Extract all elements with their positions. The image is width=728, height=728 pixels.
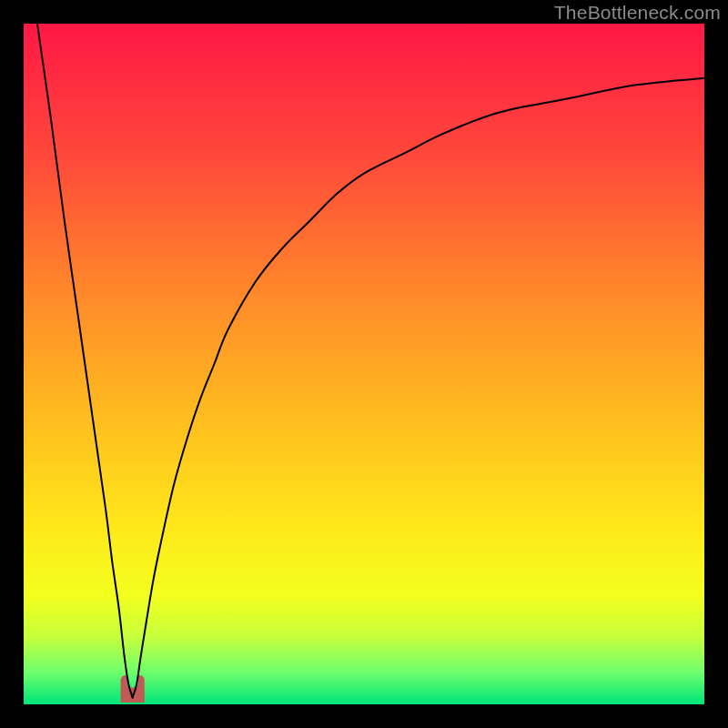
svg-rect-0 [24,24,704,704]
background-gradient [24,24,704,704]
plot-area [24,24,704,704]
watermark-text: TheBottleneck.com [554,2,721,24]
chart-frame: TheBottleneck.com [0,0,728,728]
